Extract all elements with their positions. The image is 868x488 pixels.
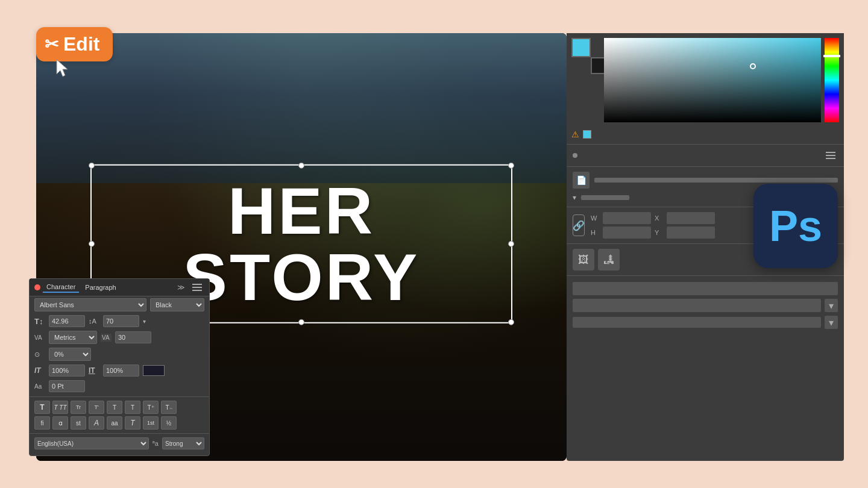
style-all-caps-btn[interactable]: T [107,401,122,414]
photoshop-logo: Ps [753,184,838,268]
document-icon-btn[interactable]: 📄 [573,172,590,189]
divider-2 [567,166,844,167]
scale-v-icon: IT [89,366,99,375]
style-sub-btn[interactable]: Tr [71,401,86,414]
styleset-btn[interactable]: st [71,416,86,430]
ordinal2-btn[interactable]: 1st [143,416,159,430]
hue-bar[interactable] [825,38,839,122]
color-swatches[interactable] [571,38,600,67]
ligature-btn[interactable]: fi [34,416,50,430]
height-input[interactable] [603,227,651,239]
style-italic-btn[interactable]: T TT [52,401,68,414]
prop-bar-2 [573,299,821,312]
handle-bottom-mid[interactable] [298,319,304,325]
doc-name-bar [594,178,838,183]
prop-bar-3 [573,317,821,328]
handle-bottom-right[interactable] [508,319,514,325]
text-color-swatch[interactable] [143,365,165,376]
cursor-arrow-icon [54,58,74,78]
h-label: H [591,229,599,236]
style-sub2-btn[interactable]: T₋ [161,401,177,414]
w-label: W [591,214,599,222]
anti-alias-select[interactable]: Strong [162,437,204,449]
handle-top-left[interactable] [89,163,95,169]
y-label: Y [655,229,663,236]
tracking-input[interactable]: 30 [115,331,151,343]
style-super-btn[interactable]: T⁺ [143,401,159,414]
x-label: X [655,214,663,222]
properties-bars: ▾ ▾ [567,278,844,333]
distort-select[interactable]: 0% [49,348,91,361]
handle-top-right[interactable] [508,163,514,169]
panel-menu-button[interactable] [823,149,838,161]
leading-icon: ↕A [89,318,99,325]
small-color-swatch[interactable] [583,130,591,139]
chevron-down-icon[interactable]: ▾ [573,193,576,202]
font-size-row: T↕ 42.96 ↕A 70 ▾ [30,313,209,329]
divider-1 [567,144,844,145]
kerning-icon: VA [34,334,45,341]
style-sup-btn[interactable]: T' [89,401,104,414]
font-style-row-1: T T TT Tr T' T T T⁺ T₋ [30,399,209,415]
panel-expand-icon[interactable]: ≫ [177,283,185,292]
scale-v-input[interactable]: 100% [103,364,139,377]
layer-name-bar [581,195,629,200]
char-panel-header: Character Paragraph ≫ [30,279,209,296]
font-family-row: Albert Sans Black [30,296,209,313]
char-divider-2 [30,433,209,434]
char-panel-menu[interactable] [190,281,204,293]
panel-menu-dots [573,153,577,158]
color-gradient-picker[interactable] [604,38,821,122]
scale-row: IT 100% IT 100% [30,363,209,378]
char-panel-close-button[interactable] [34,284,40,290]
handle-mid-right[interactable] [508,241,514,247]
dropdown-arrow-2[interactable]: ▾ [825,316,838,329]
sky-area [36,33,567,183]
image-btn-1[interactable]: 🖼 [573,249,594,271]
gradient-overlay [604,38,821,122]
tab-character[interactable]: Character [43,282,79,293]
scissors-icon: ✂ [45,34,58,54]
hue-indicator [823,55,840,57]
ordinal-btn[interactable]: T [125,416,140,430]
style-bold-btn[interactable]: T [34,401,50,414]
color-picker-area [567,33,844,127]
font-family-select[interactable]: Albert Sans [34,298,146,311]
warning-icon: ⚠ [571,130,579,139]
kerning-row: VA Metrics VA 30 [30,329,209,346]
font-size-icon: T↕ [34,317,45,326]
link-proportions-icon[interactable]: 🔗 [573,214,585,236]
style-small-caps-btn[interactable]: T [125,401,140,414]
tab-paragraph[interactable]: Paragraph [81,283,119,292]
language-row: English(USA) ªa Strong [30,436,209,451]
swash-btn[interactable]: A [89,416,104,430]
leading-dropdown[interactable]: ▾ [143,318,146,325]
foreground-color[interactable] [571,38,591,57]
char-divider-1 [30,396,209,397]
image-btn-2[interactable]: 🏞 [598,249,620,271]
prop-bar-1 [573,282,838,295]
dropdown-arrow-1[interactable]: ▾ [825,299,838,312]
language-select[interactable]: English(USA) [34,437,149,449]
font-size-input[interactable]: 42.96 [49,315,85,327]
ps-logo-text: Ps [769,201,822,251]
leading-input[interactable]: 70 [103,315,139,327]
font-weight-select[interactable]: Black [150,298,204,311]
handle-mid-left[interactable] [89,241,95,247]
titling-btn[interactable]: aa [107,416,122,430]
scale-h-icon: IT [34,366,45,375]
y-input[interactable] [667,227,715,239]
oldstyle-btn[interactable]: ɑ [52,416,68,430]
distort-row: ⊙ 0% [30,346,209,363]
divider-5 [567,275,844,276]
edit-badge[interactable]: ✂ Edit [36,27,113,61]
kerning-select[interactable]: Metrics [49,331,97,344]
handle-top-mid[interactable] [298,163,304,169]
edit-label: Edit [63,33,99,55]
scale-h-input[interactable]: 100% [49,364,85,377]
x-input[interactable] [667,212,715,224]
fraction-btn[interactable]: ½ [161,416,177,430]
width-input[interactable] [603,212,651,224]
baseline-input[interactable]: 0 Pt [49,380,85,392]
color-picker-cursor[interactable] [750,63,756,69]
